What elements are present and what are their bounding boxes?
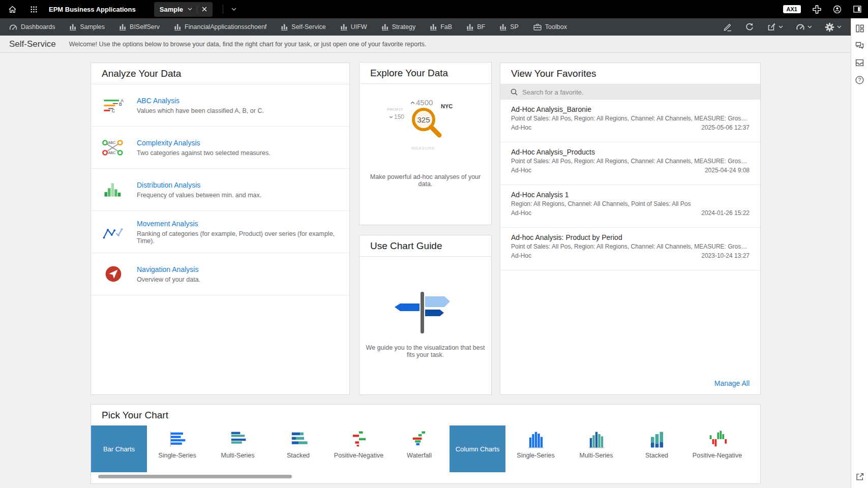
column-multi-series-icon	[585, 430, 608, 449]
settings-button[interactable]	[825, 22, 842, 32]
analysis-item-complexity[interactable]: ABC ABC Complexity Analysis Two categori…	[91, 127, 349, 169]
chart-type-row: Bar Charts Single-Series Multi-Series	[91, 425, 760, 472]
help-icon[interactable]: ?	[855, 76, 864, 84]
explore-illustration: 4500 NYC PROFIT 150 325 MEASURE	[380, 98, 471, 159]
nav-label: Strategy	[392, 23, 416, 30]
tile-column-charts[interactable]: Column Charts	[450, 425, 505, 472]
nav-item-bf[interactable]: BF	[467, 23, 485, 30]
share-icon	[767, 22, 776, 32]
bar-chart-icon	[467, 24, 473, 30]
bar-chart-icon	[70, 24, 76, 30]
favorites-search[interactable]	[500, 84, 760, 100]
refresh-button[interactable]	[745, 22, 754, 32]
page-title: Self-Service	[9, 39, 56, 49]
signpost-icon	[392, 290, 453, 336]
analysis-item-movement[interactable]: Movement Analysis Ranking of categories …	[91, 211, 349, 253]
nav-item-sp[interactable]: SP	[500, 23, 519, 30]
app-launcher-icon[interactable]	[30, 6, 38, 13]
svg-text:?: ?	[858, 77, 861, 83]
add-icon[interactable]	[813, 5, 821, 14]
tile-bar-stacked[interactable]: Stacked	[268, 425, 328, 472]
column-positive-negative-icon	[706, 430, 729, 449]
nav-item-dashboards[interactable]: Dashboards	[9, 23, 55, 30]
tab-label: Sample	[160, 6, 183, 13]
nav-item-biselfserv[interactable]: BISelfServ	[119, 23, 160, 30]
topbar-right: AX1	[783, 5, 868, 14]
tab-sample[interactable]: Sample	[154, 2, 213, 17]
tile-column-stacked[interactable]: Stacked	[626, 425, 687, 472]
analysis-description: Frequency of values between min. and max…	[137, 192, 261, 199]
trend-up-value: 4500	[410, 98, 433, 107]
search-input[interactable]	[522, 88, 750, 96]
favorite-type: Ad-Hoc	[511, 167, 531, 174]
analysis-item-abc[interactable]: A B C ABC Analysis Values which have bee…	[91, 84, 349, 127]
favorite-title: Ad-Hoc Analysis 1	[511, 191, 750, 199]
nav-item-samples[interactable]: Samples	[70, 23, 105, 30]
bar-chart-icon	[500, 24, 506, 30]
card-title: Use Chart Guide	[360, 235, 491, 257]
tab-list-chevron-icon[interactable]	[231, 8, 236, 11]
analysis-link[interactable]: Movement Analysis	[137, 220, 339, 228]
favorite-details: Point of Sales: All Pos, Region: All Reg…	[511, 158, 750, 165]
tile-column-multi-series[interactable]: Multi-Series	[566, 425, 626, 472]
comments-icon[interactable]	[855, 42, 864, 50]
nav-item-financialapplications[interactable]: FinancialApplicationsschoenf	[174, 23, 266, 30]
favorite-timestamp: 2025-05-06 12:37	[701, 124, 750, 131]
nav-label: SP	[510, 23, 519, 30]
favorite-item[interactable]: Ad-Hoc Analysis 1 Region: All Regions, C…	[500, 185, 760, 228]
nav-label: FinancialApplicationsschoenf	[185, 23, 266, 30]
use-chart-guide-card[interactable]: Use Chart Guide We guide you to the visu…	[359, 235, 492, 395]
nav-item-strategy[interactable]: Strategy	[382, 23, 416, 30]
edit-button[interactable]	[723, 22, 732, 32]
layout-panel-icon[interactable]	[856, 24, 864, 33]
screen: EPM Business Applications Sample AX1	[0, 0, 868, 488]
favorite-item[interactable]: Ad-Hoc Analysis_Baronie Point of Sales: …	[500, 100, 760, 142]
analysis-description: Ranking of categories (for example, Prod…	[137, 230, 339, 245]
nav-item-fab[interactable]: FaB	[430, 23, 452, 30]
tile-column-single-series[interactable]: Single-Series	[505, 425, 566, 472]
bar-multi-series-icon	[227, 430, 249, 449]
open-external-icon[interactable]	[856, 473, 864, 481]
tile-bar-waterfall[interactable]: Waterfall	[389, 425, 450, 472]
tile-bar-charts[interactable]: Bar Charts	[91, 425, 147, 472]
favorite-details: Point of Sales: All Pos, Region: All Reg…	[511, 115, 750, 122]
account-icon[interactable]	[833, 5, 842, 14]
inbox-icon[interactable]	[855, 59, 864, 67]
nav-item-self-service[interactable]: Self-Service	[281, 23, 325, 30]
favorite-timestamp: 2025-04-24 9:08	[705, 167, 750, 174]
nav-item-toolbox[interactable]: Toolbox	[533, 23, 567, 30]
analysis-link[interactable]: Navigation Analysis	[137, 265, 200, 273]
card-title: View Your Favorites	[500, 63, 760, 84]
bar-waterfall-icon	[408, 430, 431, 449]
side-panel-icon[interactable]	[853, 6, 861, 13]
chevron-down-icon[interactable]	[188, 8, 192, 11]
content: Analyze Your Data A B C ABC Analy	[0, 53, 851, 488]
manage-all-link[interactable]: Manage All	[714, 379, 750, 387]
analysis-item-navigation[interactable]: Navigation Analysis Overview of your dat…	[91, 253, 349, 295]
kpi-button[interactable]	[796, 23, 812, 30]
analysis-link[interactable]: Distribution Analysis	[137, 181, 261, 189]
tile-bar-single-series[interactable]: Single-Series	[147, 425, 207, 472]
pencil-icon	[723, 22, 732, 32]
tile-bar-multi-series[interactable]: Multi-Series	[207, 425, 268, 472]
card-title: Analyze Your Data	[91, 63, 349, 84]
favorite-details: Point of Sales: All Pos, Region: All Reg…	[511, 243, 750, 250]
gauge-icon	[9, 24, 17, 30]
analysis-link[interactable]: Complexity Analysis	[137, 139, 271, 147]
scrollbar-thumb[interactable]	[98, 475, 292, 478]
analysis-item-distribution[interactable]: Distribution Analysis Frequency of value…	[91, 169, 349, 211]
tile-column-positive-negative[interactable]: Positive-Negative	[687, 425, 747, 472]
nav-label: Self-Service	[291, 23, 325, 30]
topbar-divider	[223, 5, 223, 14]
explore-your-data-card[interactable]: Explore Your Data 4500 NYC PROFIT 150	[359, 62, 492, 225]
share-button[interactable]	[767, 22, 783, 32]
nav-item-uifw[interactable]: UIFW	[341, 23, 367, 30]
close-icon[interactable]	[202, 7, 207, 12]
favorite-item[interactable]: Ad-hoc Analysis: Product by Period Point…	[500, 228, 760, 270]
tile-bar-positive-negative[interactable]: Positive-Negative	[328, 425, 389, 472]
analysis-link[interactable]: ABC Analysis	[137, 97, 264, 105]
gauge-icon	[796, 23, 805, 30]
favorite-item[interactable]: Ad-Hoc Analysis_Products Point of Sales:…	[500, 142, 760, 185]
favorite-details: Region: All Regions, Channel: All Channe…	[511, 200, 750, 207]
home-icon[interactable]	[8, 5, 17, 14]
